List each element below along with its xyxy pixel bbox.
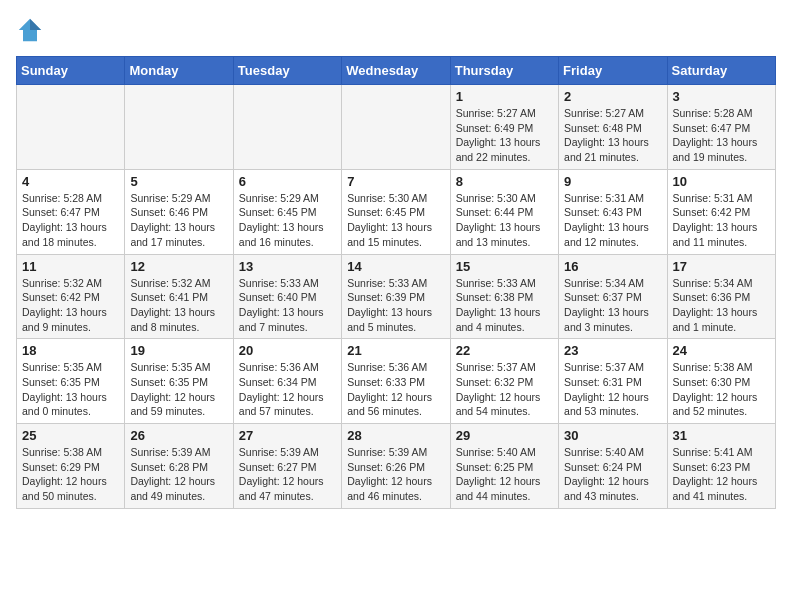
day-number: 19 [130,343,227,358]
calendar-table: SundayMondayTuesdayWednesdayThursdayFrid… [16,56,776,509]
calendar-cell: 14Sunrise: 5:33 AM Sunset: 6:39 PM Dayli… [342,254,450,339]
day-number: 30 [564,428,661,443]
calendar-cell: 15Sunrise: 5:33 AM Sunset: 6:38 PM Dayli… [450,254,558,339]
day-number: 11 [22,259,119,274]
calendar-cell: 16Sunrise: 5:34 AM Sunset: 6:37 PM Dayli… [559,254,667,339]
day-number: 28 [347,428,444,443]
weekday-header-monday: Monday [125,57,233,85]
calendar-cell: 13Sunrise: 5:33 AM Sunset: 6:40 PM Dayli… [233,254,341,339]
day-number: 24 [673,343,770,358]
calendar-cell: 19Sunrise: 5:35 AM Sunset: 6:35 PM Dayli… [125,339,233,424]
day-info: Sunrise: 5:35 AM Sunset: 6:35 PM Dayligh… [130,360,227,419]
day-info: Sunrise: 5:36 AM Sunset: 6:34 PM Dayligh… [239,360,336,419]
day-info: Sunrise: 5:28 AM Sunset: 6:47 PM Dayligh… [673,106,770,165]
day-info: Sunrise: 5:32 AM Sunset: 6:41 PM Dayligh… [130,276,227,335]
day-number: 2 [564,89,661,104]
calendar-cell: 30Sunrise: 5:40 AM Sunset: 6:24 PM Dayli… [559,424,667,509]
day-number: 18 [22,343,119,358]
logo-icon [16,16,44,44]
calendar-cell: 24Sunrise: 5:38 AM Sunset: 6:30 PM Dayli… [667,339,775,424]
calendar-cell: 3Sunrise: 5:28 AM Sunset: 6:47 PM Daylig… [667,85,775,170]
day-info: Sunrise: 5:39 AM Sunset: 6:26 PM Dayligh… [347,445,444,504]
day-info: Sunrise: 5:33 AM Sunset: 6:40 PM Dayligh… [239,276,336,335]
day-info: Sunrise: 5:32 AM Sunset: 6:42 PM Dayligh… [22,276,119,335]
day-info: Sunrise: 5:40 AM Sunset: 6:25 PM Dayligh… [456,445,553,504]
calendar-cell: 18Sunrise: 5:35 AM Sunset: 6:35 PM Dayli… [17,339,125,424]
calendar-cell: 10Sunrise: 5:31 AM Sunset: 6:42 PM Dayli… [667,169,775,254]
calendar-cell [17,85,125,170]
weekday-header-friday: Friday [559,57,667,85]
day-info: Sunrise: 5:33 AM Sunset: 6:39 PM Dayligh… [347,276,444,335]
day-info: Sunrise: 5:37 AM Sunset: 6:32 PM Dayligh… [456,360,553,419]
calendar-cell: 25Sunrise: 5:38 AM Sunset: 6:29 PM Dayli… [17,424,125,509]
weekday-header-wednesday: Wednesday [342,57,450,85]
day-number: 27 [239,428,336,443]
day-number: 8 [456,174,553,189]
calendar-cell: 31Sunrise: 5:41 AM Sunset: 6:23 PM Dayli… [667,424,775,509]
day-number: 29 [456,428,553,443]
day-number: 3 [673,89,770,104]
day-info: Sunrise: 5:31 AM Sunset: 6:43 PM Dayligh… [564,191,661,250]
day-number: 9 [564,174,661,189]
day-number: 31 [673,428,770,443]
day-number: 13 [239,259,336,274]
calendar-cell: 4Sunrise: 5:28 AM Sunset: 6:47 PM Daylig… [17,169,125,254]
day-info: Sunrise: 5:34 AM Sunset: 6:36 PM Dayligh… [673,276,770,335]
day-info: Sunrise: 5:28 AM Sunset: 6:47 PM Dayligh… [22,191,119,250]
calendar-cell: 27Sunrise: 5:39 AM Sunset: 6:27 PM Dayli… [233,424,341,509]
calendar-cell: 23Sunrise: 5:37 AM Sunset: 6:31 PM Dayli… [559,339,667,424]
weekday-header-sunday: Sunday [17,57,125,85]
calendar-cell: 6Sunrise: 5:29 AM Sunset: 6:45 PM Daylig… [233,169,341,254]
calendar-cell: 22Sunrise: 5:37 AM Sunset: 6:32 PM Dayli… [450,339,558,424]
calendar-cell: 17Sunrise: 5:34 AM Sunset: 6:36 PM Dayli… [667,254,775,339]
calendar-cell: 20Sunrise: 5:36 AM Sunset: 6:34 PM Dayli… [233,339,341,424]
calendar-cell [233,85,341,170]
day-info: Sunrise: 5:39 AM Sunset: 6:28 PM Dayligh… [130,445,227,504]
day-number: 12 [130,259,227,274]
day-info: Sunrise: 5:38 AM Sunset: 6:29 PM Dayligh… [22,445,119,504]
day-info: Sunrise: 5:35 AM Sunset: 6:35 PM Dayligh… [22,360,119,419]
calendar-cell: 8Sunrise: 5:30 AM Sunset: 6:44 PM Daylig… [450,169,558,254]
day-info: Sunrise: 5:33 AM Sunset: 6:38 PM Dayligh… [456,276,553,335]
calendar-cell: 5Sunrise: 5:29 AM Sunset: 6:46 PM Daylig… [125,169,233,254]
calendar-cell: 11Sunrise: 5:32 AM Sunset: 6:42 PM Dayli… [17,254,125,339]
day-info: Sunrise: 5:40 AM Sunset: 6:24 PM Dayligh… [564,445,661,504]
day-info: Sunrise: 5:27 AM Sunset: 6:49 PM Dayligh… [456,106,553,165]
header [16,16,776,44]
day-number: 20 [239,343,336,358]
day-info: Sunrise: 5:41 AM Sunset: 6:23 PM Dayligh… [673,445,770,504]
day-number: 23 [564,343,661,358]
day-number: 17 [673,259,770,274]
day-number: 6 [239,174,336,189]
day-info: Sunrise: 5:39 AM Sunset: 6:27 PM Dayligh… [239,445,336,504]
day-info: Sunrise: 5:29 AM Sunset: 6:45 PM Dayligh… [239,191,336,250]
weekday-header-thursday: Thursday [450,57,558,85]
calendar-cell: 2Sunrise: 5:27 AM Sunset: 6:48 PM Daylig… [559,85,667,170]
day-info: Sunrise: 5:30 AM Sunset: 6:44 PM Dayligh… [456,191,553,250]
calendar-cell: 26Sunrise: 5:39 AM Sunset: 6:28 PM Dayli… [125,424,233,509]
day-info: Sunrise: 5:38 AM Sunset: 6:30 PM Dayligh… [673,360,770,419]
calendar-cell: 28Sunrise: 5:39 AM Sunset: 6:26 PM Dayli… [342,424,450,509]
day-info: Sunrise: 5:34 AM Sunset: 6:37 PM Dayligh… [564,276,661,335]
calendar-cell [342,85,450,170]
day-info: Sunrise: 5:30 AM Sunset: 6:45 PM Dayligh… [347,191,444,250]
day-number: 22 [456,343,553,358]
calendar-cell: 7Sunrise: 5:30 AM Sunset: 6:45 PM Daylig… [342,169,450,254]
day-number: 7 [347,174,444,189]
day-number: 21 [347,343,444,358]
calendar-cell: 1Sunrise: 5:27 AM Sunset: 6:49 PM Daylig… [450,85,558,170]
day-number: 16 [564,259,661,274]
weekday-header-saturday: Saturday [667,57,775,85]
calendar-cell: 12Sunrise: 5:32 AM Sunset: 6:41 PM Dayli… [125,254,233,339]
calendar-cell: 9Sunrise: 5:31 AM Sunset: 6:43 PM Daylig… [559,169,667,254]
svg-marker-1 [30,19,41,30]
day-info: Sunrise: 5:31 AM Sunset: 6:42 PM Dayligh… [673,191,770,250]
day-info: Sunrise: 5:36 AM Sunset: 6:33 PM Dayligh… [347,360,444,419]
day-number: 5 [130,174,227,189]
calendar-cell: 21Sunrise: 5:36 AM Sunset: 6:33 PM Dayli… [342,339,450,424]
day-info: Sunrise: 5:37 AM Sunset: 6:31 PM Dayligh… [564,360,661,419]
day-number: 14 [347,259,444,274]
calendar-cell [125,85,233,170]
day-number: 4 [22,174,119,189]
day-number: 26 [130,428,227,443]
